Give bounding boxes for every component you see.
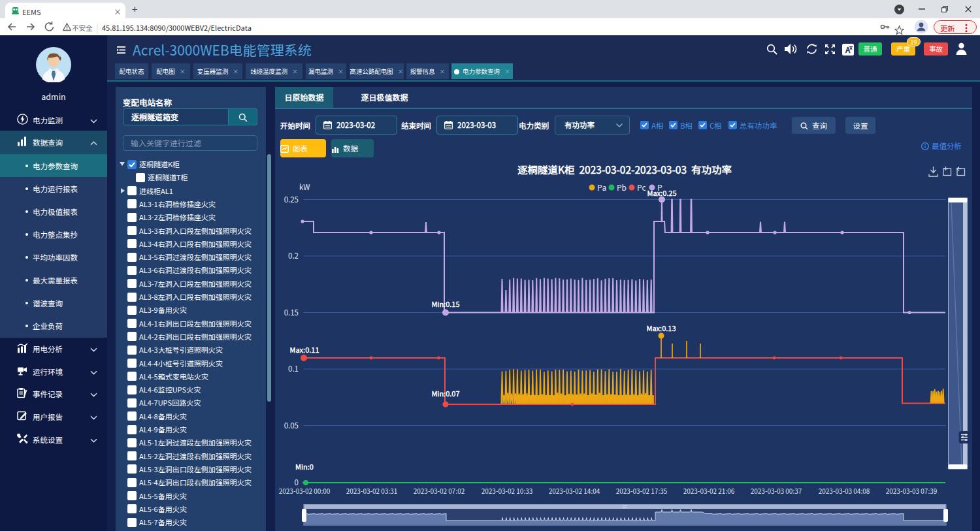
svg-text:Pc: Pc — [637, 182, 646, 193]
svg-text:Max:0.13: Max:0.13 — [646, 323, 676, 333]
svg-text:2023-03-03 04:08: 2023-03-03 04:08 — [819, 486, 870, 496]
svg-text:0.2: 0.2 — [288, 250, 299, 261]
svg-text:Max:0.25: Max:0.25 — [647, 187, 676, 198]
svg-text:2023-03-02 00:00: 2023-03-02 00:00 — [279, 486, 331, 496]
svg-text:2023-03-03 00:37: 2023-03-03 00:37 — [751, 486, 802, 496]
svg-text:0.25: 0.25 — [284, 194, 299, 204]
svg-text:0.1: 0.1 — [288, 363, 299, 374]
svg-text:2023-03-02 21:06: 2023-03-02 21:06 — [683, 486, 735, 496]
svg-text:2023-03-02 07:02: 2023-03-02 07:02 — [414, 486, 465, 496]
svg-text:Min:0.07: Min:0.07 — [431, 388, 459, 398]
svg-text:2023-03-03 07:39: 2023-03-03 07:39 — [886, 486, 938, 496]
svg-text:2023-03-02 10:33: 2023-03-02 10:33 — [482, 486, 533, 496]
svg-text:Pa: Pa — [597, 182, 606, 193]
svg-text:Max:0.11: Max:0.11 — [289, 344, 319, 355]
svg-text:Pb: Pb — [617, 182, 627, 193]
svg-text:0.05: 0.05 — [284, 420, 299, 430]
svg-text:0.15: 0.15 — [284, 307, 299, 317]
svg-text:2023-03-02 17:35: 2023-03-02 17:35 — [616, 486, 668, 496]
svg-text:2023-03-02 03:31: 2023-03-02 03:31 — [346, 486, 398, 496]
svg-text:2023-03-02 14:04: 2023-03-02 14:04 — [549, 486, 600, 496]
svg-text:Min:0.15: Min:0.15 — [431, 298, 459, 309]
svg-text:逐桐隧道K柜 2023-03-02-2023-03-03: 逐桐隧道K柜 2023-03-02-2023-03-03 有功功率 — [517, 162, 732, 176]
svg-text:kW: kW — [299, 182, 310, 192]
svg-text:Min:0: Min:0 — [295, 461, 314, 472]
svg-text:A: A — [845, 44, 851, 55]
